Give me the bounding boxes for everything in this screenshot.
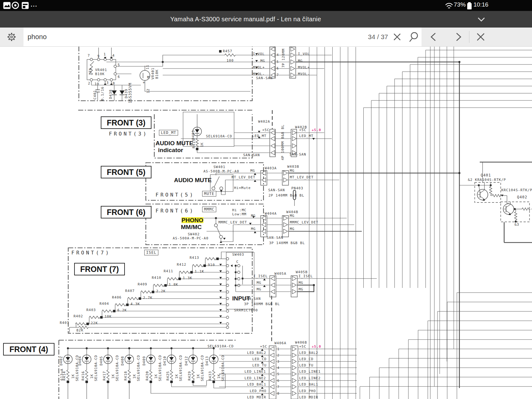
schematic-label: MMMC_LEV_DET bbox=[218, 221, 247, 224]
battery-percent: 73% bbox=[454, 1, 466, 8]
schematic-label: SAN-SAN bbox=[268, 188, 285, 192]
schematic-label: 6 bbox=[118, 75, 120, 79]
schematic-label: MG bbox=[298, 59, 303, 63]
schematic-label: 2 bbox=[277, 354, 279, 357]
schematic-label: MMMC_LEV_DET bbox=[290, 221, 318, 224]
schematic-label: SW402 bbox=[188, 233, 200, 236]
schematic-label: SEL6910A-CD bbox=[221, 355, 225, 381]
front3-block-title: FRONT (3) bbox=[101, 116, 151, 129]
notification-icons bbox=[3, 2, 28, 9]
schematic-label: D410 bbox=[163, 356, 166, 366]
schematic-label: MVOL+ bbox=[298, 66, 310, 69]
schematic-label: SW403 bbox=[232, 253, 244, 256]
battery-icon bbox=[467, 2, 472, 9]
front6-block-title: FRONT (6) bbox=[101, 206, 151, 218]
schematic-label: VR401 bbox=[151, 68, 155, 79]
schematic-label: D438 bbox=[109, 90, 112, 99]
schematic-label: Low:MM bbox=[232, 212, 247, 216]
settings-gear-icon[interactable] bbox=[3, 28, 21, 46]
schematic-label: +5C bbox=[299, 345, 306, 348]
status-bar: ... 73% 10:16 bbox=[0, 0, 532, 11]
led-mt-tag: LED_MT bbox=[159, 130, 178, 136]
clear-search-icon[interactable] bbox=[389, 28, 406, 46]
collapse-chevron-icon[interactable] bbox=[475, 11, 488, 28]
schematic-label: MT_LEV_DET bbox=[232, 176, 255, 179]
schematic-label: 7P 120MM bbox=[282, 49, 285, 68]
schematic-label: 4 bbox=[277, 54, 279, 57]
find-previous-icon[interactable] bbox=[425, 28, 442, 46]
schematic-label: R406 bbox=[112, 296, 122, 299]
schematic-label: 1SS355VM bbox=[128, 83, 132, 103]
schematic-label: R425 bbox=[166, 371, 170, 381]
schematic-label: 4 bbox=[112, 54, 115, 57]
schematic-label: + bbox=[143, 81, 145, 84]
schematic-label: SW401 bbox=[213, 165, 225, 169]
schematic-label: R415 bbox=[192, 139, 196, 149]
schematic-label: 4.3K bbox=[130, 302, 140, 306]
schematic-label: C bbox=[236, 260, 239, 263]
schematic-label: LED_LINE1 bbox=[299, 370, 321, 373]
schematic-label: LED_PHO bbox=[299, 389, 316, 393]
schematic-label: R409 bbox=[138, 283, 147, 286]
schematic-label: R404 bbox=[100, 302, 109, 305]
schematic-label: 1K bbox=[133, 374, 136, 379]
schematic-label: MG bbox=[251, 214, 256, 217]
search-icon[interactable] bbox=[406, 28, 423, 46]
schematic-label: 82K bbox=[76, 329, 84, 332]
schematic-label: SEL6910A-CD bbox=[207, 345, 234, 348]
schematic-label: SAN-SAN bbox=[243, 153, 260, 157]
schematic-label: MG bbox=[290, 169, 294, 172]
schematic-label: I_VOL bbox=[253, 52, 265, 56]
schematic-page[interactable]: FRONT (3)FRONT (5)FRONT (6)FRONT (7)FRON… bbox=[0, 0, 532, 399]
schematic-label: LED_CD bbox=[299, 357, 314, 361]
schematic-label: LED_MT bbox=[299, 134, 314, 138]
schematic-label: 1K bbox=[154, 374, 158, 379]
schematic-label: I_ISEL bbox=[299, 274, 313, 278]
schematic-label: W406A bbox=[274, 341, 286, 345]
schematic-label: C401 bbox=[93, 90, 97, 100]
schematic-label: D404 bbox=[78, 356, 82, 366]
schematic-label: R417 bbox=[103, 371, 106, 381]
schematic-label: 6 bbox=[277, 379, 279, 382]
schematic-label: 2 bbox=[88, 82, 90, 85]
schematic-label: M bbox=[147, 76, 151, 78]
schematic-label: LED_BAL2 bbox=[247, 351, 266, 355]
find-next-icon[interactable] bbox=[449, 28, 467, 46]
schematic-label: 7 bbox=[277, 386, 279, 389]
schematic-label: SEL6910A-CD bbox=[206, 135, 232, 138]
schematic-label: 2.2K bbox=[156, 289, 166, 293]
schematic-label: D403 bbox=[192, 130, 195, 140]
search-toolbar: phono 34 / 37 bbox=[0, 28, 532, 47]
schematic-label: FRONT(3) bbox=[109, 131, 148, 136]
status-more[interactable]: ... bbox=[31, 1, 38, 8]
schematic-label: Hi :MC bbox=[232, 208, 247, 212]
schematic-label: D409 bbox=[142, 356, 146, 366]
schematic-label: 5 bbox=[277, 60, 279, 64]
search-input[interactable]: phono bbox=[28, 28, 47, 46]
schematic-label: 1K bbox=[111, 374, 115, 379]
schematic-label: LED_MDIR bbox=[247, 396, 266, 399]
schematic-label: FRONT(7) bbox=[71, 250, 110, 255]
schematic-label: 1.3K bbox=[183, 276, 192, 280]
schematic-label: 12 bbox=[146, 89, 150, 93]
schematic-label: MG bbox=[260, 59, 265, 63]
schematic-label: MG bbox=[299, 281, 303, 284]
schematic-label: 10K bbox=[105, 315, 112, 318]
front5-block-title: FRONT (5) bbox=[101, 166, 151, 178]
schematic-label: 910 bbox=[208, 263, 215, 267]
schematic-label: MG bbox=[290, 227, 294, 231]
schematic-label: PN403 bbox=[291, 187, 303, 190]
schematic-label: SEL6910A-CD bbox=[201, 355, 204, 381]
schematic-label: 1K bbox=[71, 374, 75, 379]
schematic-label: 2P 140MM B&B BL bbox=[269, 194, 304, 197]
schematic-label: MIN bbox=[89, 68, 92, 74]
schematic-label: Q402 bbox=[517, 195, 527, 199]
schematic-label: W404B bbox=[286, 210, 298, 214]
schematic-label: AUDIO MUTE bbox=[156, 140, 193, 146]
schematic-label: SEL6910A-CD bbox=[94, 355, 98, 381]
schematic-label: D439 bbox=[125, 89, 128, 99]
schematic-drawing bbox=[0, 0, 532, 399]
close-search-icon[interactable] bbox=[472, 28, 489, 46]
schematic-label: R410 bbox=[152, 276, 161, 279]
schematic-label: 613uA bbox=[60, 369, 64, 381]
